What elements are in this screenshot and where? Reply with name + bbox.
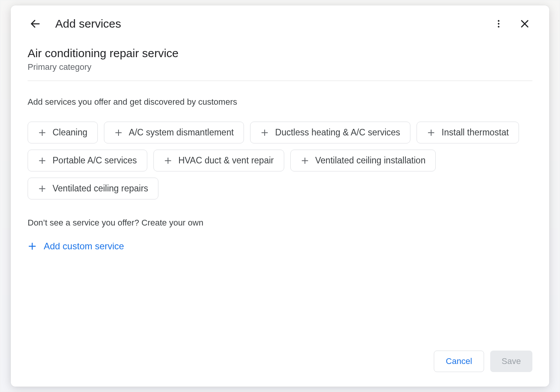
chip-label: HVAC duct & vent repair <box>178 155 274 166</box>
modal-title: Add services <box>55 17 479 30</box>
plus-icon <box>38 184 46 193</box>
save-button[interactable]: Save <box>490 351 532 372</box>
category-label: Primary category <box>28 62 532 81</box>
more-options-button[interactable] <box>491 16 506 31</box>
service-chip-portable[interactable]: Portable A/C services <box>28 150 147 171</box>
chip-label: Portable A/C services <box>53 155 137 166</box>
header-actions <box>491 16 532 31</box>
category-name: Air conditioning repair service <box>28 47 532 60</box>
back-button[interactable] <box>28 16 43 31</box>
service-chip-vent-repair[interactable]: Ventilated ceiling repairs <box>28 178 158 199</box>
chip-label: Cleaning <box>53 127 87 138</box>
svg-point-1 <box>498 20 499 21</box>
plus-icon <box>164 156 172 165</box>
modal-body: Air conditioning repair service Primary … <box>11 39 549 341</box>
service-chip-dismantlement[interactable]: A/C system dismantlement <box>104 122 244 143</box>
service-chip-cleaning[interactable]: Cleaning <box>28 122 98 143</box>
more-vert-icon <box>494 19 504 29</box>
add-custom-label: Add custom service <box>44 241 124 252</box>
plus-icon <box>38 156 46 165</box>
plus-icon <box>38 128 46 137</box>
chip-label: Install thermostat <box>441 127 509 138</box>
chip-label: Ventilated ceiling repairs <box>53 183 148 194</box>
plus-icon <box>301 156 309 165</box>
service-chips: Cleaning A/C system dismantlement Ductle… <box>28 122 532 199</box>
plus-icon <box>114 128 123 137</box>
modal-footer: Cancel Save <box>11 341 549 387</box>
chip-label: A/C system dismantlement <box>129 127 234 138</box>
plus-icon <box>28 242 37 251</box>
add-custom-service-button[interactable]: Add custom service <box>28 239 124 254</box>
service-chip-vent-install[interactable]: Ventilated ceiling installation <box>290 150 436 171</box>
svg-point-2 <box>498 23 499 25</box>
cancel-button[interactable]: Cancel <box>434 351 484 372</box>
chip-label: Ventilated ceiling installation <box>315 155 426 166</box>
add-services-modal: Add services Air conditioning repair ser… <box>11 5 549 387</box>
close-button[interactable] <box>517 16 532 31</box>
svg-point-3 <box>498 26 499 27</box>
arrow-left-icon <box>30 18 41 30</box>
plus-icon <box>427 128 435 137</box>
modal-header: Add services <box>11 5 549 39</box>
chip-label: Ductless heating & A/C services <box>275 127 400 138</box>
custom-service-prompt: Don’t see a service you offer? Create yo… <box>28 218 532 228</box>
close-icon <box>519 18 530 29</box>
service-chip-thermostat[interactable]: Install thermostat <box>417 122 519 143</box>
service-chip-hvac-repair[interactable]: HVAC duct & vent repair <box>153 150 284 171</box>
helper-text: Add services you offer and get discovere… <box>28 97 532 107</box>
plus-icon <box>260 128 269 137</box>
service-chip-ductless[interactable]: Ductless heating & A/C services <box>250 122 410 143</box>
